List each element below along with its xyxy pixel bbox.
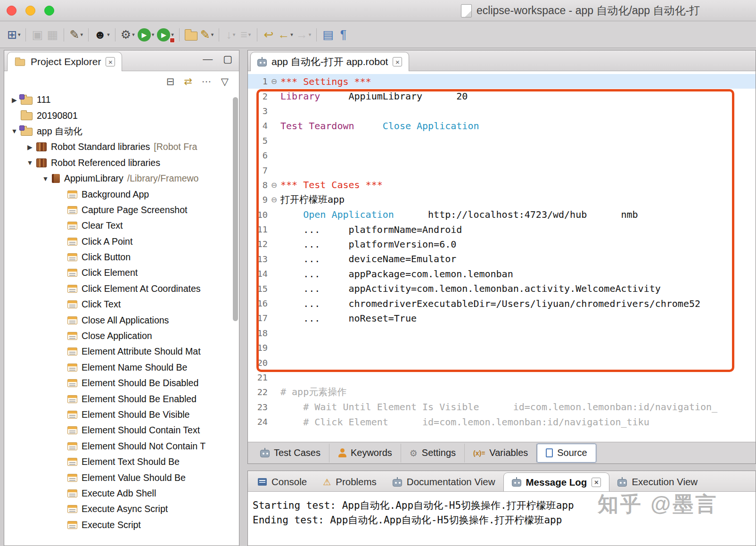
last-edit-location-button[interactable]: ↩ (261, 25, 276, 44)
editor-page-tab-keywords[interactable]: Keywords (329, 444, 401, 463)
tree-item[interactable]: Element Should Contain Text (4, 422, 232, 438)
expander-icon[interactable]: ▼ (24, 159, 36, 166)
minimize-window-button[interactable] (25, 6, 35, 16)
tree-item[interactable]: ▶111 (4, 92, 232, 108)
tree-item[interactable]: Execute Async Script (4, 501, 232, 517)
expander-icon[interactable]: ▶ (8, 96, 21, 104)
view-tab-message-log[interactable]: Message Log× (503, 472, 610, 491)
tree-item[interactable]: Execute Script (4, 517, 232, 533)
editor-tab[interactable]: app 自动化-打开 app.robot × (250, 52, 409, 71)
tree-item[interactable]: Element Should Not Contain T (4, 438, 232, 454)
tree-item[interactable]: Element Should Be Visible (4, 407, 232, 422)
maximize-view-button[interactable]: ▢ (223, 53, 232, 65)
tree-item[interactable]: Click Element (4, 265, 232, 281)
forward-button[interactable]: →▾ (295, 25, 313, 44)
code-line[interactable]: 3 (248, 104, 756, 118)
code-line[interactable]: 23 # Wait Until Element Is Visible id=co… (248, 400, 756, 414)
tree-item[interactable]: ▼Robot Referenced libraries (4, 155, 232, 171)
editor-page-tab-variables[interactable]: (x)=Variables (465, 444, 537, 463)
view-tab-documentation-view[interactable]: Documentation View (385, 472, 503, 491)
editor-page-tab-source[interactable]: Source (537, 444, 596, 463)
code-line[interactable]: 13 ... deviceName=Emulator (248, 252, 756, 266)
tree-item[interactable]: 20190801 (4, 108, 232, 123)
tree-item[interactable]: Execute Adb Shell (4, 486, 232, 501)
tree-item[interactable]: Click Text (4, 297, 232, 312)
code-line[interactable]: 21 (248, 370, 756, 385)
code-line[interactable]: 2Library AppiumLibrary 20 (248, 89, 756, 103)
tree-item[interactable]: Click Button (4, 249, 232, 265)
tree-item[interactable]: Element Should Be Enabled (4, 391, 232, 406)
editor-page-tab-settings[interactable]: ⚙Settings (401, 444, 465, 463)
code-line[interactable]: 22# app元素操作 (248, 385, 756, 399)
brush-tool-button[interactable]: ✎▾ (199, 25, 215, 44)
show-whitespace-button[interactable]: ¶ (336, 25, 351, 44)
tree-item[interactable]: Click Element At Coordinates (4, 281, 232, 297)
code-line[interactable]: 14 ... appPackage=com.lemon.lemonban (248, 266, 756, 281)
code-line[interactable]: 6 (248, 148, 756, 163)
code-line[interactable]: 12 ... platformVersion=6.0 (248, 237, 756, 251)
back-button[interactable]: ←▾ (276, 25, 295, 44)
code-line[interactable]: 11 ... platformName=Android (248, 222, 756, 237)
next-annotation-button[interactable]: ↓▾ (223, 25, 238, 44)
fold-marker-icon[interactable]: ⊖ (268, 77, 280, 86)
expander-icon[interactable]: ▶ (24, 143, 36, 151)
tree-item[interactable]: Element Value Should Be (4, 470, 232, 485)
save-button[interactable]: ▣ (30, 25, 45, 44)
tree-item[interactable]: Element Name Should Be (4, 360, 232, 375)
tree-item[interactable]: ▶Robot Standard libraries[Robot Fra (4, 139, 232, 155)
view-tab-console[interactable]: Console (250, 472, 315, 491)
close-view-icon[interactable]: × (106, 57, 115, 66)
save-all-button[interactable]: ▦ (45, 25, 60, 44)
code-line[interactable]: 16 ... chromedriverExecutableDir=/Users/… (248, 296, 756, 311)
new-wizard-button[interactable]: ⊞▾ (6, 25, 22, 44)
tree-item[interactable]: ▼app 自动化 (4, 124, 232, 139)
view-tab-execution-view[interactable]: Execution View (609, 472, 706, 491)
debug-button[interactable]: ⚙▾ (119, 25, 136, 44)
code-line[interactable]: 4Test Teardown Close Application (248, 118, 756, 133)
code-line[interactable]: 5 (248, 133, 756, 148)
code-line[interactable]: 20 (248, 355, 756, 370)
external-tools-button[interactable]: ✎▾ (68, 25, 84, 44)
tree-item[interactable]: Element Text Should Be (4, 454, 232, 470)
tree-item[interactable]: Clear Text (4, 218, 232, 233)
code-line[interactable]: 24 # Click Element id=com.lemon.lemonban… (248, 414, 756, 429)
tree-item[interactable]: Click A Point (4, 234, 232, 249)
view-options-button[interactable]: ⋯ (202, 76, 212, 87)
blue-page-button[interactable]: ▤ (320, 25, 336, 44)
expander-icon[interactable]: ▼ (39, 175, 52, 182)
zoom-window-button[interactable] (44, 6, 54, 16)
close-window-button[interactable] (7, 6, 16, 16)
hierarchy-button[interactable]: ≡▾ (238, 25, 253, 44)
code-line[interactable]: 7 (248, 163, 756, 177)
code-editor[interactable]: 1⊖*** Settings ***2Library AppiumLibrary… (248, 71, 756, 442)
project-explorer-tab[interactable]: Project Explorer × (7, 52, 122, 71)
code-line[interactable]: 17 ... noReset=True (248, 311, 756, 325)
code-line[interactable]: 18 (248, 326, 756, 340)
fold-marker-icon[interactable]: ⊖ (268, 181, 280, 190)
collapse-all-button[interactable]: ⊟ (166, 76, 175, 87)
tree-item[interactable]: Close Application (4, 328, 232, 344)
minimize-view-button[interactable]: — (203, 53, 213, 65)
run-button[interactable]: ▶▾ (136, 25, 156, 44)
tree-item[interactable]: Capture Page Screenshot (4, 202, 232, 218)
code-line[interactable]: 8⊖*** Test Cases *** (248, 178, 756, 192)
tree-item[interactable]: ▼AppiumLibrary/Library/Framewo (4, 171, 232, 186)
close-view-tab-icon[interactable]: × (592, 478, 601, 487)
view-tab-problems[interactable]: ⚠Problems (315, 472, 385, 491)
code-line[interactable]: 19 (248, 340, 756, 355)
link-with-editor-button[interactable]: ⇄ (184, 76, 192, 87)
editor-page-tab-test-cases[interactable]: Test Cases (252, 444, 329, 463)
code-line[interactable]: 9⊖打开柠檬班app (248, 192, 756, 207)
fold-marker-icon[interactable]: ⊖ (268, 195, 280, 204)
close-editor-tab-icon[interactable]: × (393, 57, 402, 66)
run-history-button[interactable]: ▶▾ (156, 25, 175, 44)
code-line[interactable]: 15 ... appActivity=com.lemon.lemonban.ac… (248, 281, 756, 296)
view-menu-button[interactable]: ▽ (221, 76, 229, 87)
tree-item[interactable]: Background App (4, 186, 232, 202)
user-account-button[interactable]: ☻▾ (92, 25, 111, 44)
code-line[interactable]: 10 Open Application http://localhost:472… (248, 207, 756, 222)
tree-item[interactable]: Element Should Be Disabled (4, 375, 232, 391)
expander-icon[interactable]: ▼ (8, 127, 21, 135)
open-folder-button[interactable] (183, 25, 199, 44)
explorer-scrollbar[interactable] (233, 97, 238, 321)
